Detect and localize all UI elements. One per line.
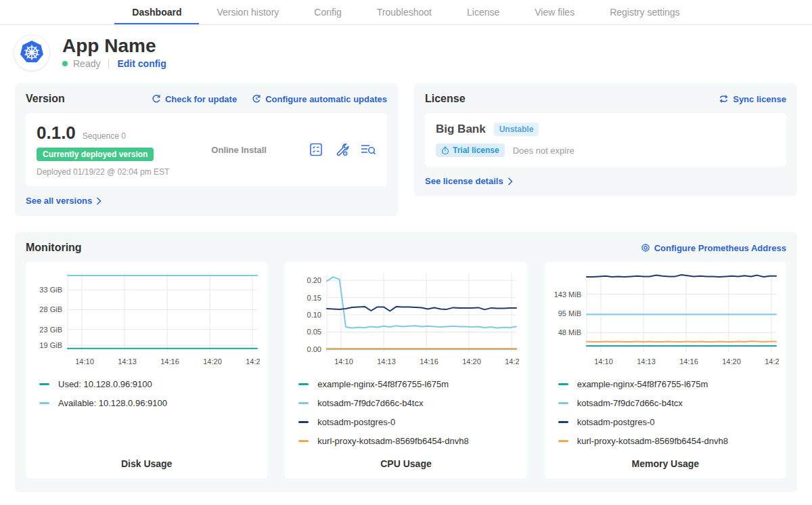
edit-config-link[interactable]: Edit config <box>117 58 166 69</box>
app-header: App Name Ready Edit config <box>0 25 812 75</box>
svg-text:0.10: 0.10 <box>307 311 321 319</box>
legend-swatch <box>558 402 568 404</box>
legend-item: kurl-proxy-kotsadm-8569fb6454-dnvh8 <box>298 431 518 450</box>
tab-troubleshoot[interactable]: Troubleshoot <box>359 0 449 24</box>
svg-text:14:23: 14:23 <box>246 357 260 366</box>
svg-text:14:10: 14:10 <box>75 357 94 366</box>
svg-text:143 MiB: 143 MiB <box>554 290 581 299</box>
license-expiry: Does not expire <box>513 146 574 156</box>
legend-label: example-nginx-54f8f76755-l675m <box>577 379 708 389</box>
legend-item: Used: 10.128.0.96:9100 <box>39 374 259 393</box>
monitoring-section: Monitoring Configure Prometheus Address … <box>15 232 797 492</box>
legend-swatch <box>298 383 309 385</box>
version-sequence: Sequence 0 <box>83 131 126 141</box>
svg-text:33 GiB: 33 GiB <box>39 286 62 294</box>
preflight-checks-icon[interactable] <box>309 142 323 157</box>
svg-text:48 MiB: 48 MiB <box>558 328 581 336</box>
tab-dashboard[interactable]: Dashboard <box>114 0 199 24</box>
svg-text:14:16: 14:16 <box>679 357 698 366</box>
svg-text:0.05: 0.05 <box>307 328 321 336</box>
legend-label: kotsadm-postgres-0 <box>317 417 395 427</box>
legend-label: kotsadm-7f9dc7d66c-b4tcx <box>577 398 683 408</box>
svg-text:14:20: 14:20 <box>203 357 222 366</box>
chart-title: Disk Usage <box>34 450 259 469</box>
svg-text:0.20: 0.20 <box>307 276 321 284</box>
license-card: License Sync license Big Bank Unstable <box>414 83 797 196</box>
refresh-icon <box>152 94 161 104</box>
legend-item: kotsadm-7f9dc7d66c-b4tcx <box>558 393 778 412</box>
legend-swatch <box>39 383 49 385</box>
legend-swatch <box>39 402 49 404</box>
config-wrench-icon[interactable] <box>334 142 349 157</box>
svg-text:14:13: 14:13 <box>378 357 397 366</box>
legend-swatch <box>298 440 309 442</box>
legend-swatch <box>558 440 568 442</box>
see-all-versions-link[interactable]: See all versions <box>26 196 102 206</box>
install-type: Online Install <box>211 145 267 155</box>
sync-license-link[interactable]: Sync license <box>719 94 786 104</box>
memory-usage-legend: example-nginx-54f8f76755-l675mkotsadm-7f… <box>553 374 778 450</box>
license-summary: Big Bank Unstable Trial license Do <box>425 113 786 167</box>
app-status: Ready <box>73 58 100 69</box>
monitoring-title: Monitoring <box>26 242 82 254</box>
legend-label: kurl-proxy-kotsadm-8569fb6454-dnvh8 <box>577 436 728 446</box>
legend-item: kotsadm-postgres-0 <box>298 412 518 431</box>
legend-item: example-nginx-54f8f76755-l675m <box>558 374 778 393</box>
legend-label: kotsadm-7f9dc7d66c-b4tcx <box>317 398 423 408</box>
chevron-right-icon <box>508 177 513 185</box>
tab-license[interactable]: License <box>449 0 517 24</box>
legend-label: Available: 10.128.0.96:9100 <box>58 398 167 408</box>
cpu-usage-chart-card: 14:1014:1314:1614:2014:230.200.150.100.0… <box>285 262 526 479</box>
legend-swatch <box>298 421 309 423</box>
configure-prometheus-link[interactable]: Configure Prometheus Address <box>641 243 786 253</box>
deployed-timestamp: Deployed 01/19/22 @ 02:04 pm EST <box>37 167 169 177</box>
cpu-usage-legend: example-nginx-54f8f76755-l675mkotsadm-7f… <box>293 374 518 450</box>
chart-title: Memory Usage <box>553 450 778 469</box>
svg-text:0.00: 0.00 <box>307 345 321 353</box>
sync-icon <box>719 94 729 104</box>
svg-text:28 GiB: 28 GiB <box>39 305 62 313</box>
status-dot <box>62 61 68 66</box>
legend-label: kotsadm-postgres-0 <box>577 417 655 427</box>
version-card: Version Check for update <box>15 83 398 216</box>
legend-item: kotsadm-postgres-0 <box>558 412 778 431</box>
version-card-title: Version <box>26 93 65 105</box>
check-for-update-link[interactable]: Check for update <box>152 94 237 104</box>
memory-usage-chart: 14:1014:1314:1614:2014:23143 MiB95 MiB48… <box>553 269 778 372</box>
scheduled-update-icon <box>252 94 261 104</box>
disk-usage-chart: 14:1014:1314:1614:2014:2333 GiB28 GiB23 … <box>34 269 259 372</box>
kubernetes-icon <box>18 39 45 66</box>
configure-automatic-updates-link[interactable]: Configure automatic updates <box>252 94 387 104</box>
svg-text:14:20: 14:20 <box>722 357 741 366</box>
app-title: App Name <box>62 37 166 56</box>
stopwatch-icon <box>441 146 449 155</box>
chevron-right-icon <box>96 197 102 205</box>
legend-label: example-nginx-54f8f76755-l675m <box>317 379 449 389</box>
svg-text:0.15: 0.15 <box>307 294 321 302</box>
tab-version-history[interactable]: Version history <box>199 0 296 24</box>
legend-label: kurl-proxy-kotsadm-8569fb6454-dnvh8 <box>317 436 468 446</box>
tab-registry-settings[interactable]: Registry settings <box>592 0 697 24</box>
tab-view-files[interactable]: View files <box>517 0 592 24</box>
cpu-usage-chart: 14:1014:1314:1614:2014:230.200.150.100.0… <box>293 269 518 372</box>
tab-config[interactable]: Config <box>296 0 359 24</box>
svg-text:14:20: 14:20 <box>463 357 482 366</box>
chart-title: CPU Usage <box>293 450 518 469</box>
svg-text:14:23: 14:23 <box>765 357 779 366</box>
current-version-row: 0.1.0 Sequence 0 Currently deployed vers… <box>26 113 387 186</box>
legend-swatch <box>298 402 309 404</box>
legend-swatch <box>558 383 568 385</box>
memory-usage-chart-card: 14:1014:1314:1614:2014:23143 MiB95 MiB48… <box>545 262 786 479</box>
divider <box>108 59 109 68</box>
disk-usage-legend: Used: 10.128.0.96:9100Available: 10.128.… <box>34 374 259 412</box>
channel-badge: Unstable <box>494 123 539 136</box>
svg-text:14:13: 14:13 <box>637 357 656 366</box>
svg-text:14:10: 14:10 <box>594 357 613 366</box>
deploy-logs-icon[interactable] <box>360 142 376 157</box>
legend-item: kotsadm-7f9dc7d66c-b4tcx <box>298 393 518 412</box>
svg-text:23 GiB: 23 GiB <box>39 326 62 334</box>
disk-usage-chart-card: 14:1014:1314:1614:2014:2333 GiB28 GiB23 … <box>26 262 267 479</box>
see-license-details-link[interactable]: See license details <box>425 176 513 186</box>
legend-item: kurl-proxy-kotsadm-8569fb6454-dnvh8 <box>558 431 778 450</box>
version-number: 0.1.0 <box>37 123 76 144</box>
